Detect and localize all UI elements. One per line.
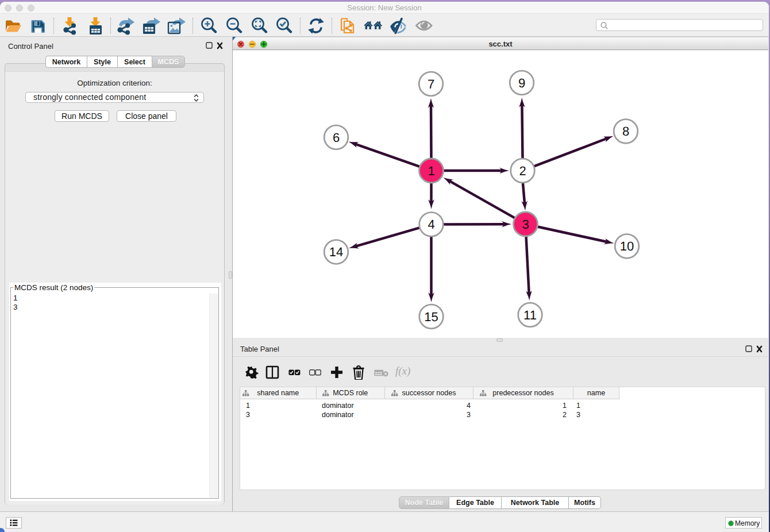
svg-text:10: 10 bbox=[620, 239, 634, 253]
svg-text:15: 15 bbox=[424, 310, 438, 324]
svg-text:11: 11 bbox=[523, 308, 537, 322]
svg-text:1: 1 bbox=[428, 164, 434, 178]
svg-text:8: 8 bbox=[622, 124, 629, 138]
svg-text:2: 2 bbox=[519, 164, 526, 178]
svg-text:7: 7 bbox=[428, 77, 434, 91]
svg-text:14: 14 bbox=[329, 245, 343, 259]
svg-text:4: 4 bbox=[428, 217, 434, 232]
svg-text:9: 9 bbox=[518, 76, 525, 90]
svg-text:3: 3 bbox=[522, 217, 529, 232]
svg-text:6: 6 bbox=[333, 130, 340, 145]
